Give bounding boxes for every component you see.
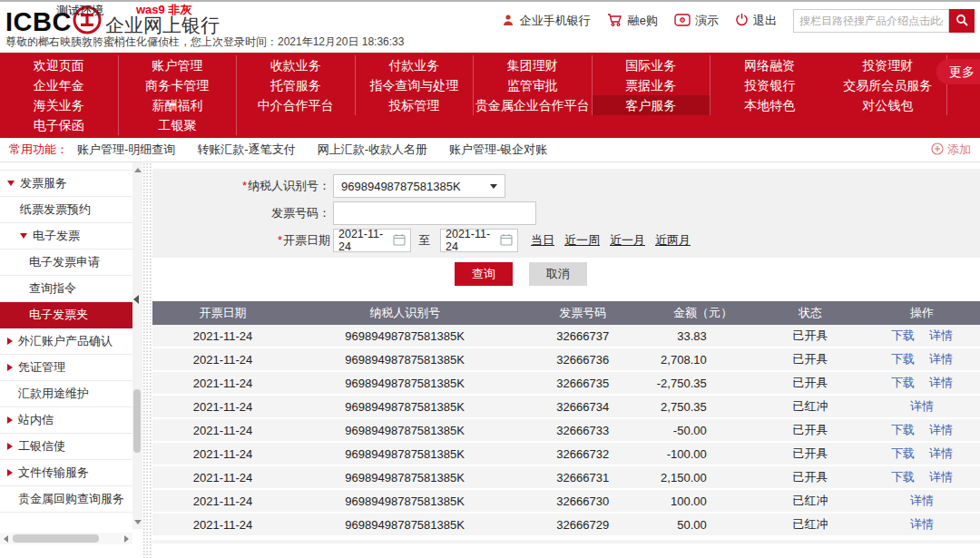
debug-overlay-text: was9 非灰 — [136, 2, 191, 18]
sidebar-item[interactable]: 电子发票 — [0, 223, 132, 250]
sidebar-item[interactable]: 查询指令 — [0, 276, 132, 302]
cell-status: 已开具 — [757, 469, 865, 485]
sidebar-collapse-arrow-icon[interactable] — [133, 295, 139, 304]
nav-item[interactable]: 投资银行 — [710, 75, 829, 95]
nav-more-button[interactable]: 更多 — [936, 59, 980, 84]
date-range-link[interactable]: 近两月 — [655, 232, 691, 249]
vertical-scrollbar-thumb[interactable] — [133, 389, 141, 453]
search-input[interactable] — [793, 9, 949, 33]
invoice-number-input[interactable] — [333, 201, 536, 225]
cell-status: 已开具 — [757, 375, 865, 391]
download-link[interactable]: 下载 — [891, 351, 915, 367]
detail-link[interactable]: 详情 — [910, 516, 934, 533]
nav-item[interactable]: 指令查询与处理 — [356, 75, 475, 95]
detail-link[interactable]: 详情 — [929, 469, 953, 485]
demo-link[interactable]: 演示 — [674, 13, 719, 29]
nav-item[interactable]: 商务卡管理 — [119, 75, 238, 95]
nav-item[interactable]: 对公钱包 — [829, 95, 948, 115]
sidebar-vertical-scrollbar[interactable] — [132, 162, 142, 529]
date-from-input[interactable]: 2021-11-24 — [333, 229, 411, 252]
detail-link[interactable]: 详情 — [910, 493, 934, 509]
nav-item[interactable]: 网络融资 — [710, 55, 829, 75]
sidebar-item[interactable]: 电子发票夹 — [0, 302, 132, 328]
add-quick-function-button[interactable]: 添加 — [931, 142, 971, 158]
detail-link[interactable]: 详情 — [929, 328, 953, 344]
nav-item[interactable]: 海关业务 — [0, 95, 119, 115]
date-range-link[interactable]: 近一月 — [610, 232, 645, 249]
calendar-icon[interactable] — [500, 233, 513, 249]
sidebar-horizontal-scrollbar[interactable] — [0, 533, 132, 544]
cell-actions: 详情 — [864, 398, 980, 415]
search-button[interactable] — [949, 9, 975, 33]
sidebar-item[interactable]: 纸票发票预约 — [0, 197, 132, 223]
detail-link[interactable]: 详情 — [929, 445, 953, 462]
cancel-button[interactable]: 取消 — [529, 262, 587, 286]
cell-taxid: 96989498787581385K — [293, 353, 516, 367]
horizontal-scrollbar-thumb[interactable] — [13, 534, 99, 543]
nav-item[interactable]: 薪酬福利 — [119, 95, 238, 115]
nav-item[interactable]: 付款业务 — [356, 55, 475, 75]
sidebar-item[interactable]: 站内信 — [0, 407, 132, 434]
sidebar-item[interactable]: 电子发票申请 — [0, 250, 132, 276]
nav-item[interactable]: 贵金属企业合作平台 — [474, 95, 593, 115]
cell-actions: 详情 — [864, 516, 980, 533]
date-to-input[interactable]: 2021-11-24 — [440, 229, 518, 252]
cell-actions: 下载 详情 — [864, 445, 980, 462]
download-link[interactable]: 下载 — [891, 422, 915, 438]
sidebar-item[interactable]: 外汇账户产品确认 — [0, 328, 132, 355]
sidebar-resize-strip[interactable] — [142, 162, 152, 558]
nav-item[interactable]: 中介合作平台 — [237, 95, 356, 115]
quick-function-link[interactable]: 账户管理-明细查询 — [77, 142, 175, 158]
nav-item[interactable]: 客户服务 — [593, 95, 711, 115]
sidebar-item[interactable]: 工银信使 — [0, 434, 132, 460]
detail-link[interactable]: 详情 — [910, 398, 934, 415]
nav-item[interactable]: 国际业务 — [593, 55, 711, 75]
download-link[interactable]: 下载 — [891, 469, 915, 485]
detail-link[interactable]: 详情 — [929, 422, 953, 438]
sidebar-item[interactable]: 汇款用途维护 — [0, 381, 132, 407]
sidebar-item[interactable]: 凭证管理 — [0, 355, 132, 381]
sidebar-item[interactable]: 贵金属回购查询服务 — [0, 486, 132, 513]
logout-link[interactable]: 退出 — [735, 13, 777, 29]
scroll-left-arrow-icon[interactable] — [4, 535, 8, 543]
download-link[interactable]: 下载 — [891, 328, 915, 344]
nav-item[interactable]: 欢迎页面 — [0, 55, 119, 75]
nav-item[interactable]: 账户管理 — [119, 55, 238, 75]
invoice-number-row: 发票号码： — [152, 200, 980, 227]
nav-item[interactable]: 电子保函 — [0, 115, 119, 135]
sidebar-item[interactable]: 发票服务 — [0, 171, 132, 197]
scroll-up-arrow-icon[interactable] — [132, 164, 142, 175]
date-range-link[interactable]: 当日 — [531, 232, 554, 249]
quick-function-link[interactable]: 账户管理-银企对账 — [449, 142, 547, 158]
nav-item[interactable]: 交易所会员服务 — [829, 75, 948, 95]
scroll-right-arrow-icon[interactable] — [124, 535, 129, 543]
nav-item[interactable]: 托管服务 — [237, 75, 356, 95]
nav-item[interactable]: 企业年金 — [0, 75, 119, 95]
download-link[interactable]: 下载 — [891, 375, 915, 391]
quick-function-link[interactable]: 转账汇款-逐笔支付 — [197, 142, 295, 158]
detail-link[interactable]: 详情 — [929, 375, 953, 391]
detail-link[interactable]: 详情 — [929, 351, 953, 367]
nav-grid: 欢迎页面账户管理收款业务付款业务集团理财国际业务网络融资投资理财企业年金商务卡管… — [0, 55, 947, 135]
date-range-link[interactable]: 近一周 — [564, 232, 600, 249]
nav-item[interactable]: 集团理财 — [474, 55, 593, 75]
mobile-banking-link[interactable]: 企业手机银行 — [501, 13, 591, 30]
scroll-down-arrow-icon[interactable] — [132, 516, 142, 527]
nav-item[interactable]: 监管审批 — [474, 75, 593, 95]
download-link[interactable]: 下载 — [891, 445, 915, 462]
cell-status: 已开具 — [757, 422, 865, 438]
sidebar-item[interactable]: 预约服务 — [0, 162, 132, 171]
nav-item[interactable]: 工银聚 — [119, 115, 238, 135]
e-mall-link[interactable]: 融e购 — [607, 13, 658, 30]
nav-item[interactable]: 收款业务 — [237, 55, 356, 75]
nav-item[interactable]: 本地特色 — [710, 95, 829, 115]
taxpayer-id-select[interactable]: 96989498787581385K — [333, 174, 505, 198]
query-button[interactable]: 查询 — [455, 262, 513, 286]
quick-function-link[interactable]: 网上汇款-收款人名册 — [318, 142, 427, 158]
nav-item[interactable]: 投资理财 — [829, 55, 948, 75]
calendar-icon[interactable] — [393, 233, 406, 249]
nav-item[interactable]: 票据业务 — [593, 75, 711, 95]
cell-invoice-no: 32666736 — [516, 353, 649, 367]
nav-item[interactable]: 投标管理 — [356, 95, 475, 115]
sidebar-item[interactable]: 文件传输服务 — [0, 460, 132, 486]
